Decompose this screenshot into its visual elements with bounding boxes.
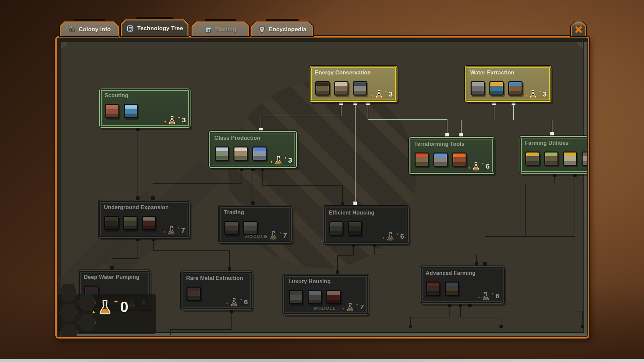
building-icon-smeltery — [186, 287, 201, 301]
building-icon-greenhouse-tower — [308, 290, 322, 304]
science-flask-icon — [472, 162, 480, 171]
connector-line — [470, 311, 583, 311]
connector-line — [337, 255, 354, 256]
tab-label: Encyclopedia — [269, 26, 307, 33]
node-icons — [426, 282, 459, 296]
sparkle-icon: ✦ — [114, 299, 118, 304]
connector-line — [494, 102, 494, 120]
node-icons — [329, 221, 362, 236]
node-title: Luxury Housing — [288, 279, 331, 285]
research-cost-value: 3 — [288, 156, 292, 164]
tech-node-glass-production[interactable]: Glass Production✦✦3 — [209, 131, 297, 168]
connector-stub — [136, 128, 140, 131]
tech-node-water-extraction[interactable]: Water Extraction✦✦3 — [465, 66, 551, 102]
building-icon-greenhouse — [544, 152, 558, 166]
tech-node-trading[interactable]: TradingMODULE✦✦7 — [219, 205, 292, 243]
node-title: Efficient Housing — [329, 210, 375, 216]
research-cost-value: 7 — [181, 226, 185, 234]
tech-node-farming-utilities[interactable]: Farming Utilities — [520, 136, 587, 174]
tech-node-terraforming-tools[interactable]: Terraforming Tools✦✦6 — [409, 137, 494, 174]
tab-technology-tree[interactable]: Technology Tree — [120, 19, 189, 37]
connector-stub — [230, 309, 233, 313]
connector-line — [460, 317, 501, 317]
tech-node-rare-metal-extraction[interactable]: Rare Metal Extraction✦✦6 — [181, 271, 253, 310]
research-cost: ✦✦7 — [265, 231, 287, 240]
connector-line — [461, 120, 494, 120]
close-button[interactable] — [570, 21, 587, 37]
sparkle-icon: ✦ — [177, 226, 180, 230]
connector-line — [170, 329, 171, 335]
sparkle-icon: ✦ — [356, 303, 359, 307]
building-icon-battery-machine — [353, 81, 367, 96]
research-cost-value: 6 — [495, 292, 499, 300]
science-flask-icon — [375, 90, 383, 99]
module-label: MODULE — [245, 234, 267, 239]
connector-stub — [341, 202, 344, 205]
tab-label: Technology Tree — [137, 25, 183, 32]
connector-stub — [354, 202, 357, 205]
science-flask-icon — [386, 232, 394, 241]
connector-line — [513, 102, 514, 120]
tab-label: Colony info — [79, 26, 111, 33]
tech-node-energy-conservation[interactable]: Energy Conservation✦✦3 — [310, 66, 397, 102]
sparkle-icon: ✦ — [270, 160, 273, 164]
building-icon-apartment — [289, 290, 303, 304]
corner-bracket-icon — [61, 42, 69, 49]
node-icons — [105, 104, 138, 118]
node-icons — [471, 81, 523, 96]
connector-line — [513, 120, 552, 120]
research-cost: ✦✦3 — [270, 156, 292, 165]
tab-encyclopedia[interactable]: ? Encyclopedia — [251, 21, 314, 37]
dome-icon — [68, 25, 76, 34]
building-icon-scout-robot — [124, 104, 138, 118]
connector-stub — [339, 102, 343, 105]
connector-line — [112, 258, 138, 259]
tech-node-advanced-farming[interactable]: Advanced Farming✦✦6 — [420, 266, 504, 304]
tech-node-underground-expansion[interactable]: Underground Expansion✦✦7 — [99, 200, 190, 238]
connector-stub — [475, 262, 478, 265]
connector-line — [170, 329, 232, 330]
science-flask-icon — [230, 298, 238, 306]
building-icon-solar-panel — [334, 81, 348, 96]
science-flask-icon — [346, 303, 354, 311]
connector-stub — [448, 303, 451, 307]
research-cost-value: 6 — [486, 162, 490, 170]
node-title: Advanced Farming — [426, 270, 476, 276]
sparkle-icon: ✦ — [538, 90, 541, 94]
connector-stub — [151, 196, 155, 200]
connector-line — [575, 174, 575, 237]
node-icons — [315, 81, 367, 96]
svg-text:?: ? — [261, 27, 263, 31]
node-icons — [525, 152, 587, 166]
building-icon-glass-smelter — [215, 146, 229, 161]
sparkle-icon: ✦ — [177, 116, 180, 120]
research-cost-value: 3 — [182, 116, 186, 124]
node-title: Trading — [224, 209, 244, 216]
sparkle-icon: ✦ — [382, 236, 385, 240]
tab-cap — [73, 19, 105, 21]
connector-line — [138, 128, 138, 200]
sparkle-icon: ✦ — [525, 94, 528, 98]
connector-stub — [136, 238, 140, 241]
building-icon-tower-house — [348, 221, 362, 236]
node-icons — [215, 146, 267, 161]
research-cost: ✦✦7 — [163, 226, 185, 235]
building-icon-irrigation-ring — [563, 152, 577, 166]
building-icon-drill-machine — [123, 216, 138, 230]
building-icon-glass-press — [252, 146, 267, 161]
tech-tree-window: Scouting✦✦3Energy Conservation✦✦3Water E… — [55, 36, 589, 339]
connector-line — [485, 236, 575, 237]
game-screen: Scouting✦✦3Energy Conservation✦✦3Water E… — [0, 0, 644, 362]
sparkle-icon: ✦ — [279, 231, 282, 235]
tech-node-scouting[interactable]: Scouting✦✦3 — [99, 88, 191, 128]
tech-node-efficient-housing[interactable]: Efficient Housing✦✦6 — [323, 206, 409, 244]
tab-trading[interactable]: Trading — [191, 21, 250, 37]
connector-stub — [499, 325, 503, 328]
research-cost: ✦✦7 — [342, 303, 364, 311]
building-icon-terraformer-turret — [415, 153, 429, 167]
tab-colony-info[interactable]: Colony info — [59, 21, 119, 37]
connector-line — [153, 183, 242, 184]
research-cost: ✦✦6 — [382, 232, 404, 241]
tech-node-luxury-housing[interactable]: Luxury HousingMODULE✦✦7 — [283, 275, 369, 315]
connector-line — [231, 310, 232, 330]
